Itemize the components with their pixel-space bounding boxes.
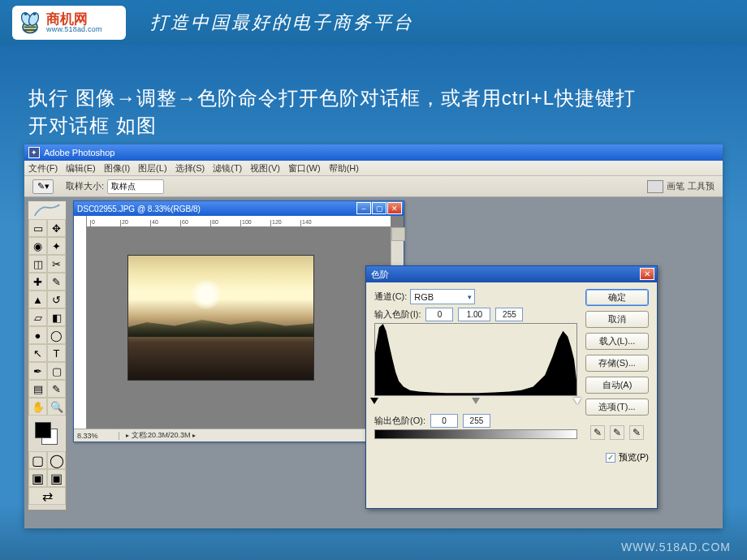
tool-marquee[interactable]: ▭ xyxy=(28,219,47,237)
doc-titlebar[interactable]: DSC02955.JPG @ 8.33%(RGB/8) – ▢ ✕ xyxy=(74,201,404,216)
output-white-field[interactable]: 255 xyxy=(463,414,490,428)
load-button[interactable]: 载入(L)... xyxy=(585,333,649,350)
palette-brushes-label[interactable]: 画笔 xyxy=(667,180,684,192)
palette-toolpresets-label[interactable]: 工具预 xyxy=(688,180,715,192)
tool-eyedropper[interactable]: ✎ xyxy=(47,380,66,398)
logo-text-url: www.518ad.com xyxy=(46,26,102,33)
treeline xyxy=(128,312,313,337)
color-swatch[interactable] xyxy=(28,419,66,451)
channel-label: 通道(C): xyxy=(374,291,407,303)
ps-title-text: Adobe Photoshop xyxy=(44,148,114,157)
doc-size-info: 文档:20.3M/20.3M xyxy=(132,431,191,439)
doc-canvas[interactable] xyxy=(87,227,391,429)
doc-title-text: DSC02955.JPG @ 8.33%(RGB/8) xyxy=(77,205,201,213)
doc-maximize-button[interactable]: ▢ xyxy=(372,202,386,214)
tool-palette-header-icon xyxy=(28,201,66,219)
tool-history[interactable]: ↺ xyxy=(47,291,66,308)
cancel-button[interactable]: 取消 xyxy=(585,311,649,328)
output-sliders[interactable] xyxy=(374,439,577,447)
tool-zoom[interactable]: 🔍 xyxy=(47,398,66,416)
caption-line-2: 开对话框 如图 xyxy=(28,114,157,136)
tool-type[interactable]: T xyxy=(47,344,66,362)
menu-window[interactable]: 窗口(W) xyxy=(288,162,321,174)
slogan-text: 打造中国最好的电子商务平台 xyxy=(150,11,414,35)
tool-brush[interactable]: ✎ xyxy=(47,273,66,291)
tool-stamp[interactable]: ▲ xyxy=(28,291,47,308)
levels-title-text: 色阶 xyxy=(371,269,389,281)
preview-label: 预览(P) xyxy=(619,451,649,463)
tool-eraser[interactable]: ▱ xyxy=(28,308,47,326)
output-black-field[interactable]: 0 xyxy=(430,414,458,428)
tool-path[interactable]: ↖ xyxy=(28,344,47,362)
menu-view[interactable]: 视图(V) xyxy=(250,162,280,174)
menu-filter[interactable]: 滤镜(T) xyxy=(213,162,242,174)
menu-select[interactable]: 选择(S) xyxy=(175,162,205,174)
eyedropper-black-icon[interactable]: ✎ xyxy=(590,425,605,440)
tool-dodge[interactable]: ◯ xyxy=(47,326,66,344)
menu-edit[interactable]: 编辑(E) xyxy=(66,162,96,174)
caption-line-1: 执行 图像→调整→色阶命令打开色阶对话框，或者用ctrl+L快捷键打 xyxy=(28,87,636,109)
tool-heal[interactable]: ✚ xyxy=(28,273,47,291)
slider-midtone[interactable] xyxy=(472,398,480,404)
quickmask-off[interactable]: ▢ xyxy=(28,451,47,469)
sample-size-combo[interactable]: 取样点 xyxy=(107,179,164,194)
svg-point-3 xyxy=(24,12,28,15)
tool-gradient[interactable]: ◧ xyxy=(47,308,66,326)
palette-toggle-icon[interactable] xyxy=(647,180,663,193)
tool-blur[interactable]: ● xyxy=(28,326,47,344)
input-white-field[interactable]: 255 xyxy=(495,308,523,321)
eyedropper-gray-icon[interactable]: ✎ xyxy=(610,425,624,440)
screenmode-1[interactable]: ▣ xyxy=(28,469,47,487)
slider-shadow[interactable] xyxy=(370,398,378,404)
horizontal-ruler: 0 20 40 60 80 100 120 140 xyxy=(87,216,391,227)
channel-combo[interactable]: RGB xyxy=(410,289,475,304)
ps-menubar: 文件(F) 编辑(E) 图像(I) 图层(L) 选择(S) 滤镜(T) 视图(V… xyxy=(24,161,723,176)
foreground-color-swatch[interactable] xyxy=(35,422,51,438)
photoshop-window: ✦ Adobe Photoshop 文件(F) 编辑(E) 图像(I) 图层(L… xyxy=(24,144,723,528)
tool-move[interactable]: ✥ xyxy=(47,219,66,237)
tool-hand[interactable]: ✋ xyxy=(28,398,47,416)
sun-highlight xyxy=(192,280,221,309)
menu-file[interactable]: 文件(F) xyxy=(28,162,58,174)
jump-to[interactable]: ⇄ xyxy=(28,487,66,505)
screenmode-2[interactable]: ▣ xyxy=(47,469,66,487)
tool-notes[interactable]: ▤ xyxy=(28,380,47,398)
auto-button[interactable]: 自动(A) xyxy=(585,377,649,394)
input-sliders[interactable] xyxy=(374,398,577,406)
tool-palette[interactable]: ▭ ✥ ◉ ✦ ◫ ✂ ✚ ✎ ▲ ↺ ▱ ◧ ● ◯ ↖ T ✒ ▢ ▤ ✎ xyxy=(28,200,67,510)
logo-text-cn: 商机网 xyxy=(46,12,102,26)
output-levels-label: 输出色阶(O): xyxy=(374,415,425,427)
doc-zoom-value[interactable]: 8.33% xyxy=(77,432,119,440)
preview-checkbox[interactable]: ✓ xyxy=(606,453,615,463)
slide-caption: 执行 图像→调整→色阶命令打开色阶对话框，或者用ctrl+L快捷键打 开对话框 … xyxy=(28,84,636,139)
save-button[interactable]: 存储(S)... xyxy=(585,355,649,372)
slider-highlight[interactable] xyxy=(573,398,581,404)
tool-shape[interactable]: ▢ xyxy=(47,362,66,380)
eyedropper-white-icon[interactable]: ✎ xyxy=(629,425,644,440)
photo-content xyxy=(127,255,314,381)
footer-url: WWW.518AD.COM xyxy=(621,541,731,554)
tool-indicator-eyedropper[interactable]: ✎▾ xyxy=(32,179,54,194)
doc-close-button[interactable]: ✕ xyxy=(387,202,402,214)
tool-crop[interactable]: ◫ xyxy=(28,255,47,273)
levels-dialog: 色阶 ✕ 通道(C): RGB 输入色阶(I): 0 1.00 255 xyxy=(365,265,658,509)
menu-layer[interactable]: 图层(L) xyxy=(138,162,166,174)
tool-lasso[interactable]: ◉ xyxy=(28,237,47,255)
ps-titlebar[interactable]: ✦ Adobe Photoshop xyxy=(24,144,723,161)
tool-pen[interactable]: ✒ xyxy=(28,362,47,380)
tool-slice[interactable]: ✂ xyxy=(47,255,66,273)
input-gamma-field[interactable]: 1.00 xyxy=(458,308,490,321)
levels-close-button[interactable]: ✕ xyxy=(640,268,654,280)
doc-minimize-button[interactable]: – xyxy=(356,202,371,214)
menu-image[interactable]: 图像(I) xyxy=(104,162,130,174)
options-button[interactable]: 选项(T)... xyxy=(585,398,649,416)
menu-help[interactable]: 帮助(H) xyxy=(329,162,359,174)
ok-button[interactable]: 确定 xyxy=(585,289,649,306)
input-black-field[interactable]: 0 xyxy=(425,308,453,321)
ps-app-icon: ✦ xyxy=(28,147,40,158)
doc-statusbar: 8.33% ▸ 文档:20.3M/20.3M ▸ xyxy=(74,429,404,442)
quickmask-on[interactable]: ◯ xyxy=(47,451,66,469)
output-gradient xyxy=(374,429,577,439)
tool-wand[interactable]: ✦ xyxy=(47,237,66,255)
levels-titlebar[interactable]: 色阶 ✕ xyxy=(366,266,657,282)
